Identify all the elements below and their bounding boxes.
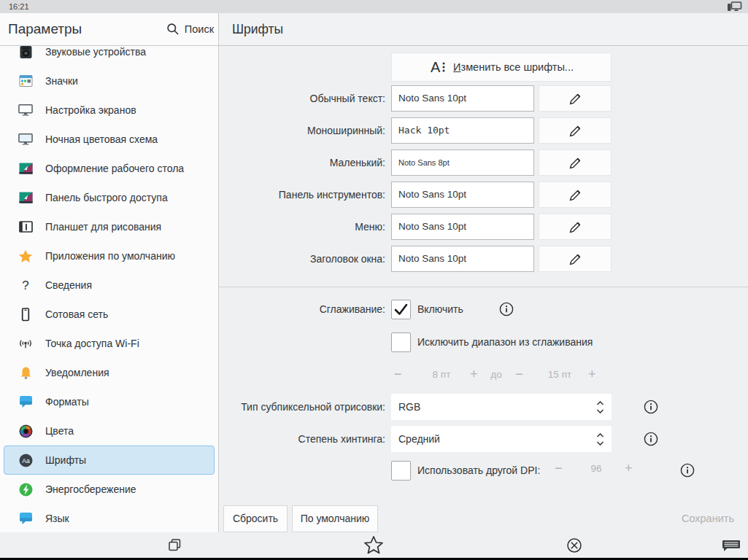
font-value-field[interactable]: Noto Sans 10pt xyxy=(391,246,534,272)
pencil-icon xyxy=(567,155,584,171)
antialiasing-info-icon[interactable] xyxy=(499,302,514,316)
subpixel-info-icon[interactable] xyxy=(644,400,658,414)
sidebar-item-notifications[interactable]: Уведомления xyxy=(4,358,215,387)
fonts-settings-panel: A Изменить все шрифты... Обычный текст:N… xyxy=(219,46,748,532)
page-header: Шрифты xyxy=(219,13,748,46)
wifi-hotspot-icon xyxy=(18,336,33,351)
dpi-value[interactable]: 96 xyxy=(574,463,618,474)
pencil-icon xyxy=(567,187,584,203)
sidebar-item-label: Форматы xyxy=(45,396,89,408)
edit-font-button[interactable] xyxy=(539,182,612,208)
dpi-info-icon[interactable] xyxy=(680,463,695,478)
keyboard-icon[interactable] xyxy=(721,532,741,558)
exclude-range-label: Исключить диапазон из сглаживания xyxy=(417,332,593,352)
font-value-field[interactable]: Noto Sans 10pt xyxy=(391,214,534,240)
font-value-field[interactable]: Noto Sans 8pt xyxy=(391,149,534,176)
sidebar-item-label: Значки xyxy=(45,75,78,87)
sidebar-item-wifi-hotspot[interactable]: Точка доступа Wi-Fi xyxy=(4,329,215,358)
font-row-label: Заголовок окна: xyxy=(219,246,385,272)
sidebar-item-label: Настройка экранов xyxy=(45,104,136,116)
edit-font-button[interactable] xyxy=(539,214,612,240)
sidebar-item-default-apps[interactable]: Приложения по умолчанию xyxy=(4,241,215,271)
font-row: Обычный текст:Noto Sans 10pt xyxy=(219,85,748,112)
close-circle-icon[interactable] xyxy=(566,532,582,558)
svg-text:?: ? xyxy=(22,279,28,292)
font-value-field[interactable]: Noto Sans 10pt xyxy=(391,85,534,112)
range-from-increase-button[interactable]: + xyxy=(470,367,478,382)
sidebar-item-power[interactable]: Энергосбережение xyxy=(4,475,215,504)
star-icon[interactable] xyxy=(363,532,384,558)
sidebar-item-drawing-tablet[interactable]: Планшет для рисования xyxy=(4,212,215,241)
edit-font-button[interactable] xyxy=(539,117,612,144)
night-color-icon xyxy=(18,132,33,147)
range-from-decrease-button[interactable]: − xyxy=(394,367,402,382)
sidebar-item-cellular[interactable]: Сотовая сеть xyxy=(4,300,215,329)
pencil-icon xyxy=(567,90,584,107)
range-to-increase-button[interactable]: + xyxy=(588,367,596,382)
subpixel-combobox[interactable]: RGB xyxy=(391,394,612,420)
sidebar-item-about[interactable]: ?Сведения xyxy=(4,271,215,300)
search-label: Поиск xyxy=(185,23,214,35)
hinting-combobox[interactable]: Средний xyxy=(391,426,612,452)
hinting-info-icon[interactable] xyxy=(644,432,658,446)
sidebar-item-night-color[interactable]: Ночная цветовая схема xyxy=(4,125,215,154)
default-apps-icon xyxy=(18,249,33,263)
range-from-value[interactable]: 8 пт xyxy=(417,369,466,380)
drawing-tablet-icon xyxy=(18,219,33,234)
sidebar-item-label: Планшет для рисования xyxy=(45,221,161,233)
notifications-icon xyxy=(18,365,33,380)
search-control[interactable]: Поиск xyxy=(166,13,214,45)
phone-monitor-icon[interactable] xyxy=(727,1,742,12)
formats-icon xyxy=(18,394,33,409)
sidebar-item-formats[interactable]: Форматы xyxy=(4,387,215,416)
edit-font-button[interactable] xyxy=(539,85,612,112)
reset-button[interactable]: Сбросить xyxy=(223,505,288,532)
font-value-field[interactable]: Hack 10pt xyxy=(391,117,534,144)
dpi-decrease-button[interactable]: − xyxy=(555,461,563,476)
edit-font-button[interactable] xyxy=(539,149,612,176)
about-icon: ? xyxy=(18,278,33,292)
sidebar-item-colors[interactable]: Цвета xyxy=(4,416,215,446)
fonts-icon: Aa xyxy=(18,453,33,467)
hinting-value: Средний xyxy=(398,433,440,445)
font-row-label: Меню: xyxy=(219,214,385,240)
change-all-fonts-button[interactable]: A Изменить все шрифты... xyxy=(391,52,612,82)
range-to-decrease-button[interactable]: − xyxy=(515,367,523,382)
sidebar-header: Параметры Поиск xyxy=(0,13,218,46)
sidebar-item-language[interactable]: Язык xyxy=(4,504,215,532)
sidebar-item-icons[interactable]: Значки xyxy=(4,66,215,96)
language-icon xyxy=(18,511,33,526)
save-button[interactable]: Сохранить xyxy=(628,505,734,532)
sidebar-item-label: Сотовая сеть xyxy=(45,308,108,320)
sidebar-item-label: Ночная цветовая схема xyxy=(45,133,158,145)
display-setup-icon xyxy=(18,103,33,117)
power-icon xyxy=(18,482,33,497)
sidebar-item-fonts[interactable]: AaШрифты xyxy=(4,446,215,475)
dpi-increase-button[interactable]: + xyxy=(625,461,633,476)
top-status-bar: 16:21 xyxy=(0,0,748,13)
bottom-navigation-bar xyxy=(0,532,748,558)
range-to-value[interactable]: 15 пт xyxy=(536,369,584,380)
page-title: Шрифты xyxy=(232,13,283,45)
font-row: Меню:Noto Sans 10pt xyxy=(219,214,748,240)
defaults-button[interactable]: По умолчанию xyxy=(292,505,378,532)
font-row: Маленький:Noto Sans 8pt xyxy=(219,149,748,176)
font-row-label: Маленький: xyxy=(219,149,385,176)
sidebar-item-desktop-theme[interactable]: Оформление рабочего стола xyxy=(4,154,215,183)
svg-text:A: A xyxy=(431,59,441,75)
sidebar-item-label: Цвета xyxy=(45,425,74,437)
font-value-field[interactable]: Noto Sans 10pt xyxy=(391,182,534,208)
windows-icon[interactable] xyxy=(165,532,184,558)
sidebar-item-quick-panel[interactable]: Панель быстрого доступа xyxy=(4,183,215,212)
exclude-range-checkbox[interactable] xyxy=(391,332,411,352)
sidebar-item-display-setup[interactable]: Настройка экранов xyxy=(4,96,215,125)
sidebar-list: Звуковые устройстваЗначкиНастройка экран… xyxy=(0,46,218,532)
edit-font-button[interactable] xyxy=(539,246,612,272)
sidebar-item-sound-devices[interactable]: Звуковые устройства xyxy=(4,46,215,66)
checkmark-icon xyxy=(392,300,410,319)
sidebar-item-label: Звуковые устройства xyxy=(45,46,146,58)
colors-icon xyxy=(18,424,33,438)
antialiasing-enable-label: Включить xyxy=(417,300,463,319)
antialiasing-checkbox[interactable] xyxy=(391,300,411,319)
force-dpi-checkbox[interactable] xyxy=(391,461,411,481)
